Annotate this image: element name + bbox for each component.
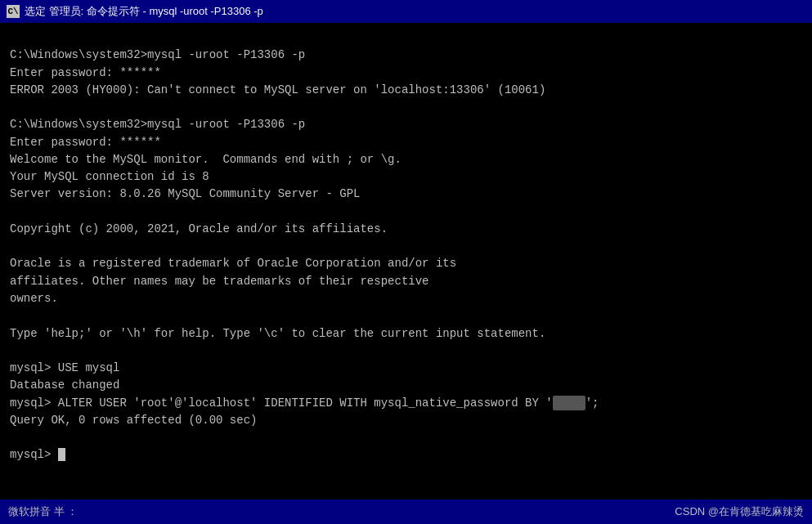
terminal-line [10,307,802,325]
status-bar-left: 微软拼音 半 ： [8,504,78,519]
terminal-line: C:\Windows\system32>mysql -uroot -P13306… [10,116,802,133]
title-bar: C\ 选定 管理员: 命令提示符 - mysql -uroot -P13306 … [0,0,812,23]
terminal-line: Database changed [10,377,802,394]
terminal-line: mysql> USE mysql [10,360,802,377]
title-bar-text: 选定 管理员: 命令提示符 - mysql -uroot -P13306 -p [25,4,263,19]
terminal-line: affiliates. Other names may be trademark… [10,273,802,290]
cursor [58,448,65,461]
terminal[interactable]: C:\Windows\system32>mysql -uroot -P13306… [0,23,812,499]
terminal-line: ERROR 2003 (HY000): Can't connect to MyS… [10,82,802,99]
terminal-line: Welcome to the MySQL monitor. Commands e… [10,151,802,168]
terminal-line [10,429,802,446]
terminal-line: Copyright (c) 2000, 2021, Oracle and/or … [10,221,802,238]
status-bar: 微软拼音 半 ： CSDN @在肯德基吃麻辣烫 [0,499,812,524]
terminal-line: Query OK, 0 rows affected (0.00 sec) [10,412,802,429]
terminal-alter-line: mysql> ALTER USER 'root'@'localhost' IDE… [10,395,802,412]
terminal-line: Type 'help;' or '\h' for help. Type '\c'… [10,325,802,343]
status-bar-right: CSDN @在肯德基吃麻辣烫 [675,504,804,519]
terminal-line: Enter password: ****** [10,134,802,151]
terminal-line: owners. [10,290,802,307]
terminal-line [10,99,802,116]
terminal-line: Your MySQL connection id is 8 [10,168,802,186]
terminal-line [10,204,802,221]
terminal-line [10,29,802,47]
title-bar-icon: C\ [7,5,20,18]
terminal-line [10,343,802,360]
terminal-line: C:\Windows\system32>mysql -uroot -P13306… [10,47,802,64]
terminal-line: Enter password: ****** [10,65,802,82]
terminal-line: Server version: 8.0.26 MySQL Community S… [10,186,802,203]
terminal-line [10,238,802,255]
terminal-prompt: mysql> [10,446,802,464]
terminal-line: Oracle is a registered trademark of Orac… [10,255,802,272]
